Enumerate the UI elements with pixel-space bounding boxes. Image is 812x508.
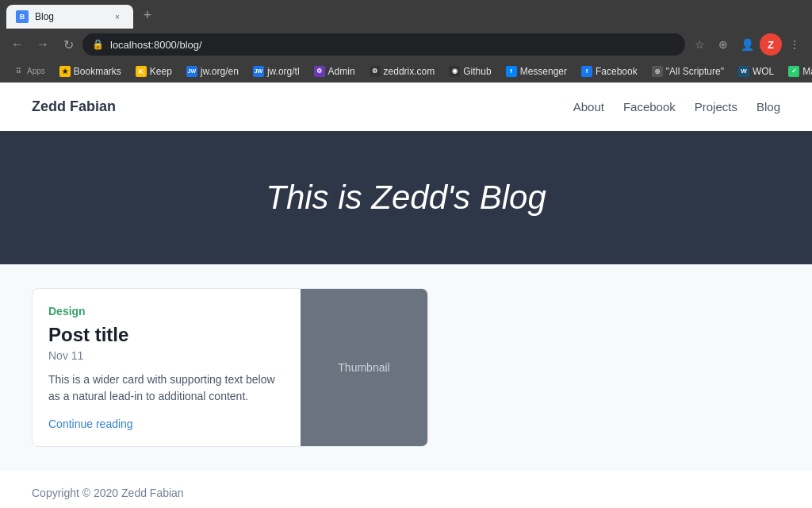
- admin-icon: ⚙: [314, 66, 325, 77]
- nav-link-blog[interactable]: Blog: [756, 100, 780, 114]
- hero-title: This is Zedd's Blog: [32, 179, 780, 217]
- messenger-icon: f: [506, 66, 517, 77]
- bookmark-keep-label: Keep: [150, 66, 172, 77]
- main-content: Design Post title Nov 11 This is a wider…: [0, 264, 812, 471]
- scripture-icon: ◎: [652, 66, 663, 77]
- post-thumbnail: Thumbnail: [301, 289, 427, 446]
- post-date: Nov 11: [48, 349, 285, 362]
- footer-text: Copyright © 2020 Zedd Fabian: [32, 487, 780, 499]
- extensions-button[interactable]: ⊕: [712, 33, 734, 56]
- nav-link-facebook[interactable]: Facebook: [623, 100, 676, 114]
- post-card: Design Post title Nov 11 This is a wider…: [32, 288, 428, 447]
- tab-title: Blog: [35, 11, 105, 22]
- reload-button[interactable]: ↻: [57, 33, 79, 56]
- site-navigation: Zedd Fabian About Facebook Projects Blog: [0, 83, 812, 131]
- bookmark-keep[interactable]: K Keep: [129, 64, 178, 79]
- tab-bar: B Blog × +: [0, 0, 812, 29]
- bookmarks-icon: ★: [59, 66, 71, 77]
- site-logo: Zedd Fabian: [32, 98, 116, 115]
- page-content: Zedd Fabian About Facebook Projects Blog…: [0, 83, 812, 508]
- active-tab[interactable]: B Blog ×: [6, 5, 133, 29]
- wol-icon: W: [738, 66, 749, 77]
- account-button[interactable]: 👤: [736, 33, 758, 56]
- bookmark-apps-label: Apps: [27, 67, 45, 75]
- bookmark-apps[interactable]: ⠿ Apps: [6, 64, 52, 79]
- bookmark-wol[interactable]: W WOL: [732, 64, 780, 79]
- facebook-icon: f: [581, 66, 592, 77]
- continue-reading-link[interactable]: Continue reading: [48, 418, 133, 430]
- bookmark-star-button[interactable]: ☆: [688, 33, 710, 56]
- bookmark-jw2-label: jw.org/tl: [267, 66, 300, 77]
- nav-actions: ☆ ⊕ 👤 Z ⋮: [688, 33, 806, 56]
- bookmark-facebook-label: Facebook: [596, 66, 638, 77]
- bookmark-admin[interactable]: ⚙ Admin: [308, 64, 362, 79]
- bookmark-wol-label: WOL: [753, 66, 774, 77]
- tab-favicon: B: [16, 10, 29, 23]
- menu-button[interactable]: ⋮: [783, 33, 806, 56]
- back-button[interactable]: ←: [6, 33, 29, 56]
- bookmark-bookmarks-label: Bookmarks: [74, 66, 121, 77]
- address-bar[interactable]: 🔒 localhost:8000/blog/: [82, 33, 685, 56]
- bookmarks-bar: ⠿ Apps ★ Bookmarks K Keep JW jw.org/en J…: [0, 60, 812, 83]
- post-card-body: Design Post title Nov 11 This is a wider…: [33, 289, 301, 446]
- bookmark-bookmarks[interactable]: ★ Bookmarks: [53, 64, 128, 79]
- browser-window: B Blog × + ← → ↻ 🔒 localhost:8000/blog/ …: [0, 0, 812, 508]
- new-tab-button[interactable]: +: [136, 4, 159, 26]
- site-footer: Copyright © 2020 Zedd Fabian: [0, 471, 812, 508]
- bookmark-messenger-label: Messenger: [520, 66, 567, 77]
- bookmark-facebook[interactable]: f Facebook: [575, 64, 644, 79]
- zeddrix-icon: ⚙: [370, 66, 381, 77]
- bookmark-zeddrix[interactable]: ⚙ zeddrix.com: [363, 64, 442, 79]
- post-category: Design: [48, 305, 285, 318]
- jw2-icon: JW: [253, 66, 264, 77]
- apps-icon: ⠿: [13, 66, 24, 77]
- bookmark-jw1-label: jw.org/en: [201, 66, 239, 77]
- bookmark-scripture-label: "All Scripture": [666, 66, 724, 77]
- bookmark-jw1[interactable]: JW jw.org/en: [180, 64, 245, 79]
- nav-bar: ← → ↻ 🔒 localhost:8000/blog/ ☆ ⊕ 👤 Z ⋮: [0, 29, 812, 60]
- post-excerpt: This is a wider card with supporting tex…: [48, 371, 285, 405]
- bookmark-jw2[interactable]: JW jw.org/tl: [247, 64, 306, 79]
- profile-button[interactable]: Z: [760, 33, 782, 56]
- site-nav-links: About Facebook Projects Blog: [573, 100, 780, 114]
- post-title: Post title: [48, 324, 285, 346]
- bookmark-messenger[interactable]: f Messenger: [500, 64, 573, 79]
- forward-button[interactable]: →: [32, 33, 54, 56]
- tab-close-button[interactable]: ×: [111, 10, 124, 23]
- nav-link-about[interactable]: About: [573, 100, 604, 114]
- thumbnail-label: Thumbnail: [338, 361, 389, 374]
- bookmark-github-label: Github: [463, 66, 491, 77]
- github-icon: ◉: [449, 66, 460, 77]
- bookmark-math[interactable]: ✓ Math: [782, 64, 812, 79]
- bookmark-scripture[interactable]: ◎ "All Scripture": [645, 64, 730, 79]
- address-text: localhost:8000/blog/: [110, 39, 676, 51]
- hero-section: This is Zedd's Blog: [0, 131, 812, 264]
- bookmark-zeddrix-label: zeddrix.com: [384, 66, 435, 77]
- nav-link-projects[interactable]: Projects: [695, 100, 737, 114]
- address-lock-icon: 🔒: [92, 39, 104, 50]
- bookmark-github[interactable]: ◉ Github: [442, 64, 497, 79]
- jw1-icon: JW: [186, 66, 197, 77]
- keep-icon: K: [136, 66, 147, 77]
- bookmark-math-label: Math: [802, 66, 812, 77]
- bookmark-admin-label: Admin: [328, 66, 355, 77]
- math-icon: ✓: [788, 66, 799, 77]
